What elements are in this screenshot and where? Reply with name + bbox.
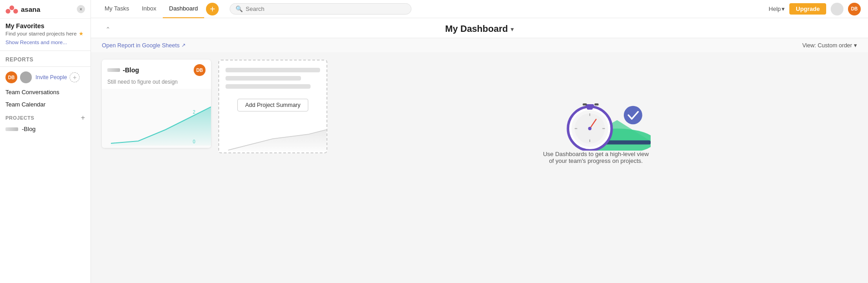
projects-section: PROJECTS + bbox=[0, 111, 90, 123]
summary-chart-area bbox=[219, 116, 326, 152]
illustration-text: Use Dashboards to get a high-level view … bbox=[542, 151, 651, 164]
nav-right: Help ▾ Upgrade DB bbox=[769, 3, 861, 15]
nav-add-button[interactable]: + bbox=[206, 3, 219, 15]
svg-point-1 bbox=[5, 9, 10, 14]
collapse-arrow-left: ⌃ bbox=[102, 25, 120, 33]
svg-point-22 bbox=[588, 127, 591, 130]
project-chart-svg: 2 0 bbox=[102, 89, 211, 148]
nav-my-tasks[interactable]: My Tasks bbox=[98, 0, 135, 18]
add-member-button[interactable]: + bbox=[70, 72, 80, 82]
project-card-name: -Blog bbox=[123, 66, 139, 74]
upgrade-button[interactable]: Upgrade bbox=[789, 3, 826, 15]
asana-logo: asana bbox=[5, 5, 40, 14]
nav-inbox[interactable]: Inbox bbox=[135, 0, 163, 18]
sidebar: asana × My Favorites Find your starred p… bbox=[0, 0, 91, 283]
svg-rect-14 bbox=[582, 103, 587, 106]
asana-logo-text: asana bbox=[21, 5, 40, 13]
svg-rect-15 bbox=[594, 103, 598, 106]
project-card-avatar: DB bbox=[194, 64, 206, 76]
show-recents-link[interactable]: Show Recents and more... bbox=[0, 39, 90, 49]
open-report-label: Open Report in Google Sheets bbox=[102, 42, 180, 49]
help-chevron-icon: ▾ bbox=[782, 5, 785, 12]
sidebar-project-blog[interactable]: -Blog bbox=[0, 123, 90, 135]
sidebar-item-team-calendar[interactable]: Team Calendar bbox=[0, 98, 90, 111]
summary-line-1 bbox=[226, 68, 320, 72]
summary-line-3 bbox=[226, 84, 311, 89]
svg-text:0: 0 bbox=[193, 139, 196, 144]
external-link-icon: ↗ bbox=[181, 42, 186, 48]
svg-point-2 bbox=[13, 9, 18, 14]
svg-point-23 bbox=[623, 106, 642, 125]
add-project-button[interactable]: + bbox=[81, 114, 85, 121]
close-sidebar-button[interactable]: × bbox=[77, 5, 85, 13]
dashboard-chevron-icon[interactable]: ▾ bbox=[511, 25, 514, 33]
invite-people-button[interactable]: Invite People bbox=[35, 74, 67, 81]
favorites-subtitle: Find your starred projects here ★ bbox=[5, 30, 85, 37]
avatar-gray bbox=[20, 71, 32, 83]
dashboard-title-row: My Dashboard ▾ bbox=[120, 24, 839, 34]
summary-chart-svg bbox=[219, 116, 326, 152]
dashboard-title: My Dashboard bbox=[445, 24, 508, 34]
top-nav: My Tasks Inbox Dashboard + 🔍 Help ▾ Upgr… bbox=[91, 0, 868, 18]
user-avatar-db[interactable]: DB bbox=[848, 3, 861, 15]
dashboard-sub-header: Open Report in Google Sheets ↗ View: Cus… bbox=[91, 38, 868, 52]
help-label: Help bbox=[769, 5, 781, 12]
favorites-title: My Favorites bbox=[5, 22, 85, 30]
favorites-subtitle-text: Find your starred projects here bbox=[5, 31, 77, 36]
view-order-label: View: Custom order bbox=[802, 42, 852, 49]
svg-marker-3 bbox=[111, 107, 211, 146]
svg-text:2: 2 bbox=[193, 110, 196, 115]
project-card-header: -Blog DB bbox=[102, 60, 211, 79]
summary-card-lines bbox=[219, 61, 326, 93]
svg-marker-6 bbox=[228, 130, 326, 152]
dashboard-header: ⌃ My Dashboard ▾ bbox=[91, 18, 868, 38]
dashboard-grid: -Blog DB Still need to figure out design bbox=[91, 52, 868, 283]
add-project-summary-button[interactable]: Add Project Summary bbox=[237, 99, 308, 111]
search-icon: 🔍 bbox=[236, 5, 243, 12]
team-members-row: DB Invite People + bbox=[0, 69, 90, 86]
help-button[interactable]: Help ▾ bbox=[769, 5, 785, 12]
summary-card: Add Project Summary bbox=[218, 60, 327, 153]
add-summary-btn-wrap: Add Project Summary bbox=[219, 93, 326, 116]
project-card-subtitle: Still need to figure out design bbox=[102, 79, 211, 89]
svg-rect-13 bbox=[585, 104, 593, 107]
star-icon: ★ bbox=[79, 30, 84, 37]
search-bar: 🔍 bbox=[230, 3, 758, 15]
sidebar-item-team-conversations[interactable]: Team Conversations bbox=[0, 86, 90, 98]
collapse-icon[interactable]: ⌃ bbox=[105, 26, 110, 33]
reports-section: Reports bbox=[0, 53, 90, 65]
search-input-wrap: 🔍 bbox=[230, 3, 411, 15]
sidebar-header: asana × bbox=[0, 0, 90, 19]
user-avatar-placeholder[interactable] bbox=[831, 3, 843, 15]
project-card-title: -Blog bbox=[107, 66, 139, 74]
open-report-link[interactable]: Open Report in Google Sheets ↗ bbox=[102, 42, 186, 49]
team-conversations-label: Team Conversations bbox=[5, 89, 60, 96]
nav-dashboard[interactable]: Dashboard bbox=[163, 0, 205, 18]
view-order-chevron-icon: ▾ bbox=[854, 42, 857, 49]
sidebar-divider-1 bbox=[0, 51, 90, 51]
project-name: -Blog bbox=[22, 126, 35, 132]
summary-line-2 bbox=[226, 76, 301, 81]
project-color-bar bbox=[5, 127, 18, 131]
illustration-svg bbox=[542, 69, 651, 151]
favorites-section: My Favorites Find your starred projects … bbox=[0, 19, 90, 39]
reports-label: Reports bbox=[5, 56, 34, 63]
asana-logo-icon bbox=[5, 5, 18, 14]
search-input[interactable] bbox=[246, 5, 406, 12]
view-order-control[interactable]: View: Custom order ▾ bbox=[802, 42, 857, 49]
illustration-area: Use Dashboards to get a high-level view … bbox=[335, 60, 857, 173]
project-card-chart: 2 0 bbox=[102, 89, 211, 148]
project-card-blog: -Blog DB Still need to figure out design bbox=[102, 60, 211, 148]
svg-point-0 bbox=[10, 5, 14, 10]
project-card-color-bar bbox=[107, 68, 120, 72]
team-calendar-label: Team Calendar bbox=[5, 101, 45, 108]
avatar-db: DB bbox=[5, 71, 17, 83]
main-area: My Tasks Inbox Dashboard + 🔍 Help ▾ Upgr… bbox=[91, 0, 868, 283]
projects-label: PROJECTS bbox=[5, 115, 34, 121]
sidebar-divider-2 bbox=[0, 66, 90, 67]
